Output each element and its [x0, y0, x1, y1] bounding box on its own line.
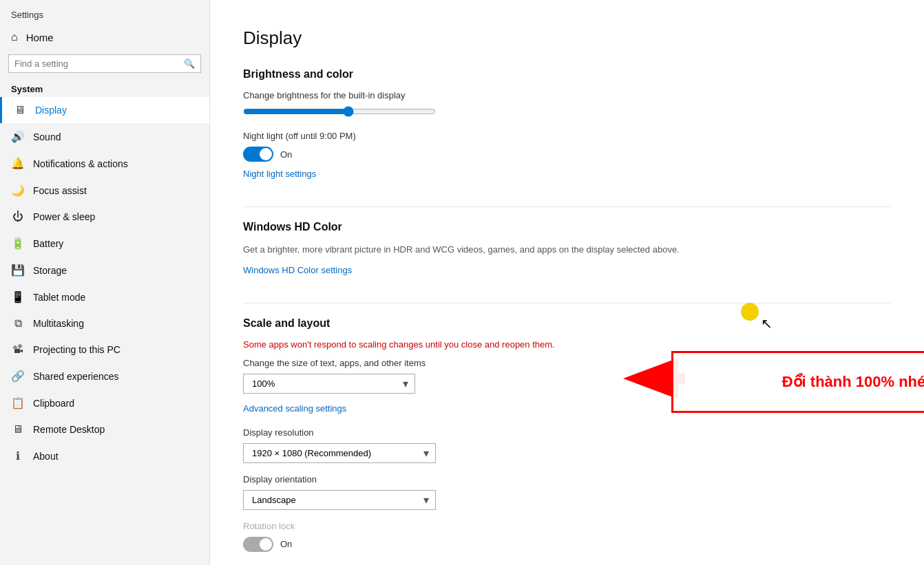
resolution-dropdown[interactable]: 1920 × 1080 (Recommended) 1280 × 720 102…	[243, 443, 436, 463]
app-title: Settings	[0, 0, 209, 24]
about-icon: ℹ	[11, 449, 25, 462]
home-icon: ⌂	[11, 31, 18, 43]
sidebar-item-tablet[interactable]: 📱 Tablet mode	[0, 284, 209, 310]
shared-icon: 🔗	[11, 370, 25, 383]
resolution-dropdown-wrapper: 1920 × 1080 (Recommended) 1280 × 720 102…	[243, 443, 436, 463]
brightness-slider-container	[243, 106, 891, 120]
sidebar-item-projecting[interactable]: 📽 Projecting to this PC	[0, 337, 209, 363]
search-box[interactable]: 🔍	[8, 54, 201, 73]
rotation-lock-state: On	[280, 539, 292, 549]
night-light-toggle[interactable]	[243, 147, 273, 162]
scale-warning: Some apps won't respond to scaling chang…	[243, 339, 891, 350]
sidebar-item-multitasking[interactable]: ⧉ Multitasking	[0, 310, 209, 337]
scale-section: Scale and layout Some apps won't respond…	[243, 317, 891, 552]
orientation-dropdown[interactable]: Landscape Portrait Landscape (flipped) P…	[243, 490, 436, 510]
scale-dropdown-row: 100% 125% 150% 175%	[243, 374, 891, 394]
resolution-label: Display resolution	[243, 427, 891, 438]
night-light-state: On	[280, 149, 292, 160]
orientation-dropdown-wrapper: Landscape Portrait Landscape (flipped) P…	[243, 490, 436, 510]
hd-color-link[interactable]: Windows HD Color settings	[243, 265, 352, 275]
sidebar-item-label: Tablet mode	[33, 292, 85, 303]
hd-color-title: Windows HD Color	[243, 221, 891, 233]
divider-1	[243, 206, 891, 207]
brightness-label: Change brightness for the built-in displ…	[243, 90, 891, 100]
sidebar-item-label: Display	[35, 105, 67, 116]
sidebar-item-label: Multitasking	[33, 318, 84, 329]
rotation-lock-row: On	[243, 537, 891, 552]
sidebar-item-label: Notifications & actions	[33, 158, 128, 169]
sidebar-item-remote[interactable]: 🖥 Remote Desktop	[0, 416, 209, 443]
sidebar-item-shared[interactable]: 🔗 Shared experiences	[0, 363, 209, 390]
brightness-slider[interactable]	[243, 106, 436, 117]
rotation-lock-label: Rotation lock	[243, 521, 891, 531]
night-light-settings-link[interactable]: Night light settings	[243, 169, 316, 179]
clipboard-icon: 📋	[11, 396, 25, 409]
focus-icon: 🌙	[11, 184, 25, 197]
sidebar-item-power[interactable]: ⏻ Power & sleep	[0, 204, 209, 230]
sidebar-item-label: Shared experiences	[33, 371, 119, 382]
sidebar-item-storage[interactable]: 💾 Storage	[0, 257, 209, 284]
search-icon: 🔍	[184, 58, 195, 69]
orientation-label: Display orientation	[243, 474, 891, 484]
sound-icon: 🔊	[11, 130, 25, 143]
search-input[interactable]	[14, 58, 180, 69]
sidebar-item-battery[interactable]: 🔋 Battery	[0, 230, 209, 257]
home-nav-item[interactable]: ⌂ Home	[0, 24, 209, 50]
orientation-dropdown-row: Landscape Portrait Landscape (flipped) P…	[243, 490, 891, 510]
sidebar-item-label: Sound	[33, 131, 61, 142]
sidebar-item-about[interactable]: ℹ About	[0, 443, 209, 469]
sidebar-item-label: Projecting to this PC	[33, 344, 120, 355]
sidebar-item-clipboard[interactable]: 📋 Clipboard	[0, 390, 209, 416]
tablet-icon: 📱	[11, 290, 25, 303]
projecting-icon: 📽	[11, 343, 25, 356]
sidebar-item-label: Power & sleep	[33, 211, 95, 222]
sidebar-item-label: Storage	[33, 265, 67, 276]
sidebar-item-display[interactable]: 🖥 Display	[0, 97, 209, 123]
night-light-label: Night light (off until 9:00 PM)	[243, 131, 891, 141]
divider-2	[243, 303, 891, 303]
brightness-section: Brightness and color Change brightness f…	[243, 68, 891, 193]
hd-color-desc: Get a brighter, more vibrant picture in …	[243, 243, 891, 257]
display-icon: 🖥	[13, 104, 27, 116]
sidebar-item-notifications[interactable]: 🔔 Notifications & actions	[0, 150, 209, 177]
resolution-dropdown-row: 1920 × 1080 (Recommended) 1280 × 720 102…	[243, 443, 891, 463]
system-section-label: System	[0, 80, 209, 97]
night-light-toggle-row: On	[243, 147, 891, 162]
scale-dropdown[interactable]: 100% 125% 150% 175%	[243, 374, 415, 394]
remote-icon: 🖥	[11, 423, 25, 436]
scale-label: Change the size of text, apps, and other…	[243, 358, 891, 368]
sidebar: Settings ⌂ Home 🔍 System 🖥 Display 🔊 Sou…	[0, 0, 210, 565]
brightness-section-title: Brightness and color	[243, 68, 891, 81]
notifications-icon: 🔔	[11, 157, 25, 170]
battery-icon: 🔋	[11, 237, 25, 250]
sidebar-item-sound[interactable]: 🔊 Sound	[0, 123, 209, 150]
scale-section-title: Scale and layout	[243, 317, 891, 330]
advanced-scaling-link[interactable]: Advanced scaling settings	[243, 403, 346, 414]
scale-dropdown-wrapper: 100% 125% 150% 175%	[243, 374, 415, 394]
power-icon: ⏻	[11, 211, 25, 223]
sidebar-item-label: Clipboard	[33, 398, 74, 409]
storage-icon: 💾	[11, 264, 25, 277]
multitasking-icon: ⧉	[11, 317, 25, 330]
page-title: Display	[243, 28, 891, 49]
sidebar-item-focus[interactable]: 🌙 Focus assist	[0, 177, 209, 204]
hd-color-section: Windows HD Color Get a brighter, more vi…	[243, 221, 891, 289]
main-content: Display Brightness and color Change brig…	[210, 0, 924, 565]
home-label: Home	[26, 32, 54, 43]
rotation-lock-toggle[interactable]	[243, 537, 273, 552]
sidebar-item-label: Remote Desktop	[33, 424, 105, 435]
sidebar-item-label: Focus assist	[33, 185, 87, 196]
sidebar-item-label: About	[33, 451, 59, 462]
sidebar-item-label: Battery	[33, 238, 63, 249]
